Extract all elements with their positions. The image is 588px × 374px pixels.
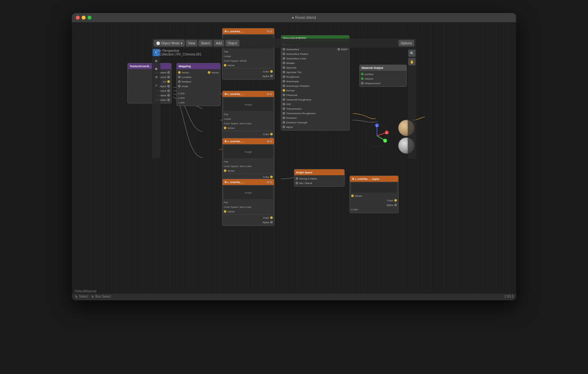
zoom-in-button[interactable]: 🔍	[408, 50, 416, 57]
image-texture-4-node[interactable]: ⚙ c_InfoFills_... ⊞ ⊟ Image Flat Color S…	[222, 179, 274, 226]
mouse2-icon: 🖱	[91, 295, 94, 299]
traffic-lights	[76, 16, 91, 20]
main-area: ☰ View Select ← → ↑ ↺ ⌂ 🔍 ▼ ⊞ ☰ ⊟	[72, 39, 516, 292]
svg-text:Z: Z	[376, 125, 378, 127]
node-editor: ↕ Object ▾ View Select Add Node ✓ Use No…	[152, 159, 416, 292]
scale-tool[interactable]: ⤢	[153, 82, 160, 89]
viewport-gizmo[interactable]: X Y Z	[364, 123, 390, 149]
alpha-texture-node[interactable]: ⚙ c_InfoFills_... Alpha Vector Color Alp…	[350, 176, 399, 213]
viewport-view-button[interactable]: View	[186, 40, 198, 46]
close-button[interactable]	[76, 16, 80, 20]
svg-text:X: X	[386, 132, 387, 134]
node-header: ⚙ c_InfoFills_... ⊞ ⊟	[222, 179, 274, 185]
viewport-left-tools: ↖ ⊕ ✥ ↺ ⤢	[152, 48, 160, 159]
pan-button[interactable]: ✋	[408, 58, 416, 65]
cursor-tool[interactable]: ⊕	[153, 57, 160, 64]
move-tool[interactable]: ✥	[153, 65, 160, 72]
perspective-label: User Perspective	[155, 49, 202, 53]
viewport-info: User Perspective (1) Collection | RV_Chi…	[155, 49, 202, 56]
minimize-button[interactable]	[82, 16, 86, 20]
center-area: ⚪ Object Mode ▾ View Select Add Object O…	[152, 39, 416, 292]
options-button[interactable]: Options	[399, 40, 414, 46]
node-body: Strong in Alpha Mix / Blend	[294, 175, 344, 186]
viewport-select-button[interactable]: Select	[199, 40, 212, 46]
viewport-side-tools: 🔍 ✋	[408, 48, 416, 159]
object-mode-label: Object Mode	[161, 41, 180, 45]
node-canvas[interactable]: TextureCoord... Generated Normal UV Obje…	[152, 159, 416, 292]
node-header: Bright Space	[294, 169, 344, 175]
node-header: ⚙ c_InfoFills_... Alpha	[350, 176, 398, 182]
select-status-label: Select	[79, 295, 88, 298]
status-box-select: 🖱 Box Select	[91, 295, 111, 299]
version-display: 2.93.5	[504, 295, 514, 298]
rotate-tool[interactable]: ↺	[153, 73, 160, 81]
node-body: Vector Color Alpha 0.258	[350, 182, 398, 213]
viewport-toolbar: ⚪ Object Mode ▾ View Select Add Object O…	[152, 39, 416, 48]
status-select: 🖱 Select	[74, 295, 88, 299]
object-mode-button[interactable]: ⚪ Object Mode ▾	[154, 40, 185, 46]
svg-text:Y: Y	[384, 140, 386, 142]
version-label: 2.93.5	[504, 295, 514, 298]
collection-label: (1) Collection | RV_Chimera.001	[155, 53, 202, 56]
mouse-icon: 🖱	[74, 295, 78, 299]
title-bar: ● Rover.blend	[72, 13, 516, 22]
node-body: Image Flat Color Space: Non-Color Vector…	[222, 185, 274, 226]
window-title: ● Rover.blend	[95, 15, 512, 20]
box-select-label: Box Select	[95, 295, 111, 298]
maximize-button[interactable]	[88, 16, 91, 20]
viewport-add-button[interactable]: Add	[214, 40, 224, 46]
viewport-object-button[interactable]: Object	[225, 40, 239, 46]
mix-shader-node[interactable]: Bright Space Strong in Alpha Mix / Blend	[294, 169, 345, 187]
